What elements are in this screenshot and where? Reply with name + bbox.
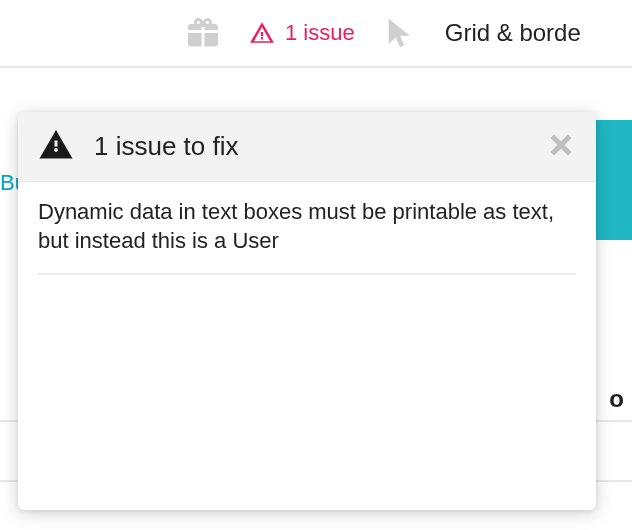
popup-header: 1 issue to fix [18,112,596,182]
issues-popup: 1 issue to fix Dynamic data in text boxe… [18,112,596,510]
issue-count-label: 1 issue [285,20,355,46]
toolbar: 1 issue Grid & borde [0,0,632,68]
popup-body: Dynamic data in text boxes must be print… [18,182,596,291]
issue-count-badge[interactable]: 1 issue [249,20,355,46]
close-icon[interactable] [546,130,576,164]
warning-icon [38,127,74,167]
cursor-icon[interactable] [383,16,417,50]
gift-icon[interactable] [185,15,221,51]
popup-title: 1 issue to fix [94,131,526,162]
issue-message[interactable]: Dynamic data in text boxes must be print… [38,198,576,275]
partial-char-right: o [609,385,624,413]
selected-element-overlay [592,120,632,240]
grid-borders-label[interactable]: Grid & borde [445,19,581,47]
warning-triangle-icon [249,20,275,46]
